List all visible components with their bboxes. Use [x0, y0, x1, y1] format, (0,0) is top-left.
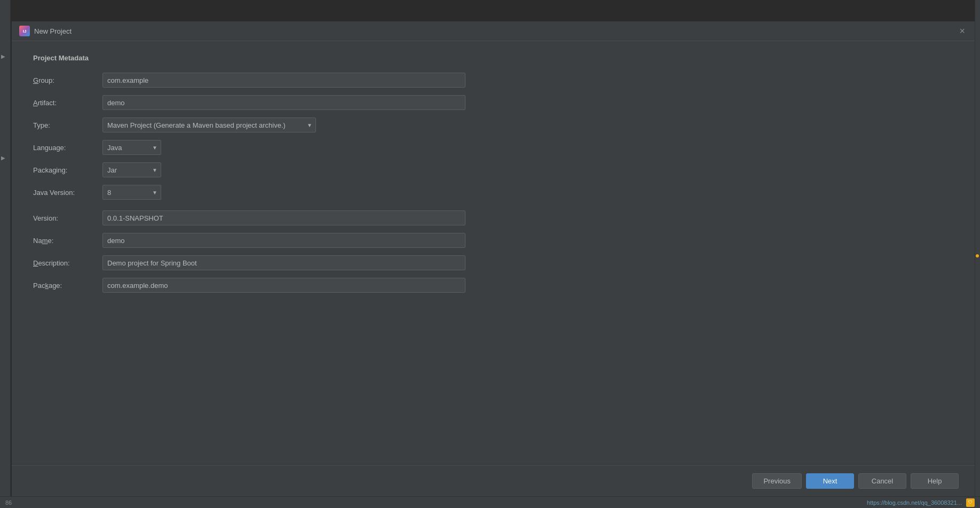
java-version-select[interactable]: 8 11 17: [102, 185, 161, 200]
java-version-row: Java Version: 8 11 17 ▼: [33, 185, 953, 200]
language-select[interactable]: Java Kotlin Groovy: [102, 140, 161, 155]
language-row: Language: Java Kotlin Groovy ▼: [33, 140, 953, 155]
version-input[interactable]: [102, 210, 465, 225]
language-label: Language:: [33, 144, 102, 152]
group-row: Group:: [33, 73, 953, 88]
artifact-input[interactable]: [102, 95, 465, 110]
new-project-dialog: IJ New Project × Project Metadata Group:…: [12, 21, 975, 496]
cancel-button[interactable]: Cancel: [858, 473, 906, 489]
description-row: Description:: [33, 255, 953, 270]
artifact-label: Artifact:: [33, 99, 102, 107]
group-input[interactable]: [102, 73, 465, 88]
close-icon[interactable]: ×: [957, 26, 967, 36]
previous-button[interactable]: Previous: [752, 473, 802, 489]
dialog-body: Project Metadata Group: Artifact: Type: …: [12, 41, 975, 311]
type-row: Type: Maven Project (Generate a Maven ba…: [33, 118, 953, 132]
name-row: Name:: [33, 233, 953, 248]
description-label: Description:: [33, 259, 102, 267]
packaging-label: Packaging:: [33, 166, 102, 174]
packaging-select[interactable]: Jar War: [102, 162, 161, 177]
type-select[interactable]: Maven Project (Generate a Maven based pr…: [102, 118, 316, 132]
dialog-footer: Previous Next Cancel Help: [12, 465, 975, 496]
description-input[interactable]: [102, 255, 465, 270]
next-button[interactable]: Next: [806, 473, 854, 489]
package-row: Package:: [33, 278, 953, 293]
group-label: Group:: [33, 76, 102, 84]
sidebar-arrow-2[interactable]: ▶: [1, 155, 5, 161]
status-bar: 86 https://blog.csdn.net/qq_36008321... …: [0, 496, 980, 508]
dialog-titlebar: IJ New Project ×: [12, 21, 975, 41]
right-sidebar: [975, 0, 980, 508]
version-label: Version:: [33, 214, 102, 222]
version-row: Version:: [33, 210, 953, 225]
help-button[interactable]: Help: [911, 473, 959, 489]
type-label: Type:: [33, 121, 102, 129]
package-input[interactable]: [102, 278, 465, 293]
java-version-label: Java Version:: [33, 189, 102, 197]
section-title: Project Metadata: [33, 54, 953, 62]
status-bar-url: https://blog.csdn.net/qq_36008321...: [867, 499, 962, 506]
app-icon: IJ: [19, 26, 30, 36]
right-indicator: [976, 254, 979, 257]
name-input[interactable]: [102, 233, 465, 248]
sidebar-arrow-1[interactable]: ▶: [1, 53, 5, 59]
dialog-title: New Project: [34, 27, 957, 35]
defender-icon: 🛡: [966, 498, 975, 507]
name-label: Name:: [33, 237, 102, 245]
artifact-row: Artifact:: [33, 95, 953, 110]
package-label: Package:: [33, 282, 102, 290]
status-bar-left: 86: [5, 499, 12, 506]
left-sidebar: ▶ ▶: [0, 0, 11, 508]
packaging-row: Packaging: Jar War ▼: [33, 162, 953, 177]
